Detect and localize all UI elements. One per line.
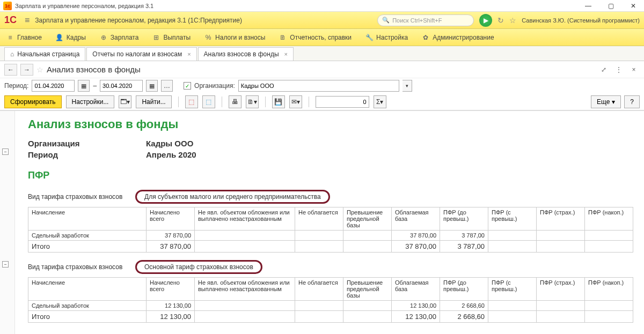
cell: Сдельный заработок — [28, 231, 147, 241]
star-icon[interactable]: ☆ — [36, 65, 43, 74]
cell: 3 787,00 — [440, 241, 488, 253]
link-button[interactable]: ⤢ — [598, 64, 610, 76]
report-table-2: Начисление Начислено всего Не явл. объек… — [28, 277, 633, 323]
th: Не облагается — [295, 278, 343, 301]
filter-bar: Период: ▦ – ▦ … ✓ Организация: ▾ — [0, 78, 644, 93]
tariff-label: Вид тарифа страховых взносов — [28, 193, 135, 201]
close-page-button[interactable]: × — [628, 64, 640, 76]
cell: 37 870,00 — [147, 231, 195, 241]
global-search-input[interactable]: 🔍 Поиск Ctrl+Shift+F — [377, 14, 474, 26]
favorite-icon[interactable]: ☆ — [509, 16, 516, 25]
date-to-input[interactable] — [100, 80, 143, 92]
chevron-down-icon[interactable]: ▾ — [402, 80, 412, 92]
menu-label: Кадры — [67, 34, 86, 41]
tariff-value-1: Для субъектов малого или среднего предпр… — [135, 190, 330, 204]
find-button[interactable]: Найти... — [136, 95, 171, 108]
tab-label: Отчеты по налогам и взносам — [92, 50, 182, 58]
menu-reports[interactable]: 🗎Отчетность, справки — [279, 34, 352, 41]
org-input[interactable] — [238, 80, 399, 92]
period-label: Период: — [4, 82, 28, 90]
variant-button[interactable]: 🗔▾ — [119, 95, 131, 108]
collapse-button[interactable]: ⬚ — [202, 95, 215, 108]
cell: Сдельный заработок — [28, 301, 147, 311]
brand-logo-icon: 1C — [4, 14, 19, 26]
th: Превышение предельной базы — [343, 278, 392, 301]
percent-icon: % — [204, 34, 212, 41]
calendar-icon[interactable]: ▦ — [78, 80, 90, 92]
cell: Итого — [28, 311, 147, 323]
maximize-button[interactable]: ▢ — [603, 2, 618, 10]
org-checkbox[interactable]: ✓ — [184, 82, 191, 90]
menu-label: Отчетность, справки — [290, 34, 352, 41]
app-header: 1C ≡ Зарплата и управление персоналом, р… — [0, 12, 644, 29]
cell: 2 668,60 — [440, 301, 488, 311]
section-title: ПФР — [28, 170, 633, 181]
cell: 12 130,00 — [392, 301, 440, 311]
th: Начислено всего — [147, 207, 195, 231]
menu-label: Главное — [17, 34, 42, 41]
forward-button[interactable]: → — [20, 64, 33, 76]
percent-icon: ⊞ — [152, 34, 160, 41]
minimize-button[interactable]: — — [581, 2, 596, 10]
page-title: Анализ взносов в фонды — [47, 65, 141, 74]
table-total-row: Итого 37 870,00 37 870,00 3 787,00 — [28, 241, 633, 253]
hamburger-icon[interactable]: ≡ — [25, 16, 30, 25]
tab-reports[interactable]: Отчеты по налогам и взносам× — [86, 47, 196, 61]
doc-icon: 🗎 — [279, 34, 287, 41]
save-button[interactable]: 💾 — [272, 95, 285, 108]
expand-button[interactable]: ⬚ — [185, 95, 198, 108]
meta-org-label: Организация — [28, 139, 135, 148]
th: ПФР (до превыш.) — [440, 207, 488, 231]
help-button[interactable]: ? — [624, 95, 640, 108]
th: ПФР (накоп.) — [585, 207, 633, 231]
print-menu-button[interactable]: 🗎▾ — [246, 95, 259, 108]
cell: 37 870,00 — [392, 231, 440, 241]
close-button[interactable]: ✕ — [626, 2, 641, 10]
more-button[interactable]: Еще ▾ — [591, 95, 621, 108]
menu-main[interactable]: ≡Главное — [6, 34, 42, 41]
wrench-icon: 🔧 — [365, 34, 373, 41]
tab-analysis[interactable]: Анализ взносов в фонды× — [198, 47, 294, 61]
mail-button[interactable]: ✉▾ — [289, 95, 302, 108]
cell: 12 130,00 — [147, 311, 195, 323]
menu-settings[interactable]: 🔧Настройка — [365, 34, 408, 41]
settings-button[interactable]: Настройки... — [66, 95, 115, 108]
menu-payments[interactable]: ⊞Выплаты — [152, 34, 191, 41]
menu-hr[interactable]: 👤Кадры — [56, 34, 86, 41]
menu-taxes[interactable]: %Налоги и взносы — [204, 34, 265, 41]
date-from-input[interactable] — [32, 80, 75, 92]
close-icon[interactable]: × — [187, 51, 191, 57]
th: ПФР (с превыш.) — [488, 207, 537, 231]
menu-label: Настройка — [376, 34, 408, 41]
back-button[interactable]: ← — [4, 64, 17, 76]
tab-label: Начальная страница — [17, 50, 79, 58]
list-icon: ≡ — [6, 34, 14, 41]
close-icon[interactable]: × — [284, 51, 288, 57]
menu-admin[interactable]: ✿Администрирование — [422, 34, 494, 41]
cell: 37 870,00 — [147, 241, 195, 253]
period-picker-button[interactable]: … — [161, 80, 173, 92]
th: ПФР (накоп.) — [585, 278, 633, 301]
th: Превышение предельной базы — [343, 207, 392, 231]
menu-label: Зарплата — [111, 34, 139, 41]
kebab-icon[interactable]: ⋮ — [613, 64, 625, 76]
report-title: Анализ взносов в фонды — [28, 117, 633, 131]
th: ПФР (страх.) — [537, 278, 585, 301]
form-button[interactable]: Сформировать — [4, 95, 62, 108]
user-label[interactable]: Савинская З.Ю. (Системный программист) — [522, 17, 640, 24]
report-area: − − Анализ взносов в фонды Организация К… — [0, 110, 644, 334]
menu-label: Выплаты — [163, 34, 191, 41]
th: Облагаемая база — [392, 207, 440, 231]
print-button[interactable]: 🖶 — [229, 95, 241, 108]
history-icon[interactable]: ↻ — [497, 16, 504, 25]
sum-input[interactable] — [316, 96, 369, 108]
run-button[interactable]: ▶ — [479, 14, 492, 27]
collapse-toggle[interactable]: − — [2, 261, 9, 268]
report-table-1: Начисление Начислено всего Не явл. объек… — [28, 207, 633, 253]
search-icon: 🔍 — [382, 17, 390, 24]
collapse-toggle[interactable]: − — [2, 149, 9, 155]
tab-home[interactable]: ⌂Начальная страница — [4, 47, 85, 61]
calendar-icon[interactable]: ▦ — [146, 80, 158, 92]
menu-salary[interactable]: ⊕Зарплата — [100, 34, 139, 41]
sigma-button[interactable]: Σ▾ — [374, 95, 386, 108]
